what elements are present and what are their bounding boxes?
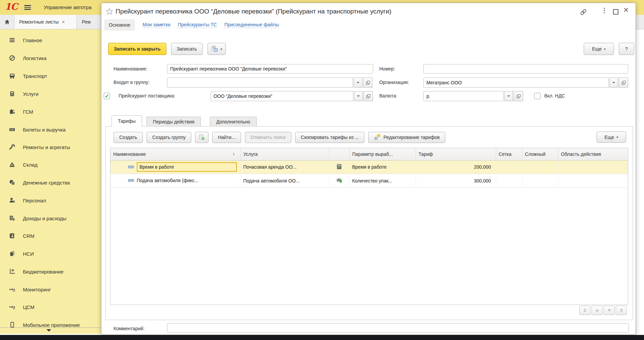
sidebar-item-sklad[interactable]: Склад <box>0 158 101 171</box>
organization-open-button[interactable] <box>619 78 628 88</box>
number-input[interactable] <box>423 64 628 74</box>
table-toolbar: Создать Создать группу Найти... Отменить… <box>114 132 445 143</box>
nav-link-notes[interactable]: Мои заметки <box>142 22 170 28</box>
column-header-service[interactable]: Услуга <box>240 148 329 160</box>
focused-cell[interactable]: Время в работе <box>137 162 237 172</box>
cancel-search-button[interactable]: Отменить поиск <box>245 132 291 143</box>
group-dropdown-button[interactable] <box>354 78 362 88</box>
cell-service[interactable]: Почасовая аренда ОО... <box>240 160 329 174</box>
cell-complex[interactable] <box>522 160 558 174</box>
copy-item-button[interactable] <box>195 132 208 143</box>
vat-checkbox[interactable] <box>534 93 541 99</box>
column-header-name[interactable]: Наименование↓ <box>110 148 240 160</box>
save-button[interactable]: Записать <box>171 43 203 55</box>
more-button[interactable]: Еще▾ <box>584 43 614 55</box>
sidebar-item-glavnoe[interactable]: Главное <box>0 34 101 47</box>
sidebar-item-monitoring[interactable]: Мониторинг <box>0 283 101 296</box>
supplier-open-button[interactable] <box>363 91 373 101</box>
tab-close-icon[interactable]: × <box>62 19 65 25</box>
sidebar-item-dengi[interactable]: р Денежные средства <box>0 176 101 189</box>
sidebar-item-csm[interactable]: ЦСМ <box>0 301 101 313</box>
sidebar-item-nsi[interactable]: НСИ <box>0 247 101 260</box>
supplier-combo[interactable]: ООО “Деловые перевозки” <box>211 91 353 101</box>
get-link-icon[interactable] <box>580 8 587 16</box>
cell-calc-method[interactable] <box>329 174 349 188</box>
group-combo[interactable] <box>167 78 353 88</box>
sidebar-more-chevron-down-icon[interactable] <box>46 329 51 334</box>
nav-tab-main[interactable]: Основное <box>104 19 135 31</box>
group-open-button[interactable] <box>363 78 373 88</box>
sidebar-item-gsm[interactable]: ГСМ <box>0 105 101 118</box>
cell-calc-method[interactable] <box>329 160 349 174</box>
sidebar-item-bilety[interactable]: Билеты и выручка <box>0 123 101 136</box>
copy-tariffs-from-button[interactable]: Скопировать тарифы из ... <box>295 132 364 143</box>
organization-dropdown-button[interactable] <box>609 78 618 88</box>
name-input[interactable] <box>167 64 373 74</box>
cell-param[interactable]: Количество упак... <box>349 174 416 188</box>
comment-input[interactable] <box>167 323 629 333</box>
cell-service[interactable]: Подача автомобиля ОО... <box>240 174 329 188</box>
nav-link-vehicle-pricelists[interactable]: Прейскуранты ТС <box>178 22 217 28</box>
currency-combo[interactable]: р. <box>423 91 504 101</box>
home-tab[interactable] <box>0 15 14 29</box>
tab-validity-periods[interactable]: Периоды действия <box>147 117 201 126</box>
column-header-tariff[interactable]: Тариф <box>416 148 496 160</box>
kebab-menu-icon[interactable]: ⋮ <box>601 6 608 14</box>
cell-name[interactable]: Время в работе <box>110 161 240 174</box>
table-more-button[interactable]: Еще▾ <box>597 132 626 143</box>
column-header-grid[interactable]: Сетка <box>496 148 522 160</box>
cell-complex[interactable] <box>522 174 558 188</box>
cell-scope[interactable] <box>558 174 628 188</box>
sidebar-item-logistika[interactable]: Логистика <box>0 52 101 64</box>
move-bottom-button[interactable] <box>616 306 627 315</box>
sidebar-item-uslugi[interactable]: Услуги <box>0 87 101 100</box>
sidebar-item-budget[interactable]: р Бюджетирование <box>0 265 101 278</box>
favorite-star-icon[interactable] <box>105 7 114 16</box>
sidebar-item-crm[interactable]: CRM <box>0 229 101 242</box>
tab-additional[interactable]: Дополнительно <box>210 117 257 126</box>
cell-tariff[interactable]: 300,000 <box>416 174 496 188</box>
tab-repair-sheets[interactable]: Ремонтные листы × <box>14 15 77 29</box>
currency-dropdown-button[interactable] <box>504 91 513 101</box>
table-row-selected[interactable]: Время в работе Почасовая аренда ОО... Вр… <box>110 160 628 174</box>
cell-name[interactable]: Подача автомобиля (фикс... <box>110 174 240 188</box>
supplier-checkbox[interactable]: ✓ <box>104 93 110 99</box>
hamburger-menu-icon[interactable] <box>24 5 31 10</box>
column-header-complex[interactable]: Сложный <box>522 148 558 160</box>
move-top-button[interactable] <box>579 306 590 315</box>
maximize-icon[interactable] <box>613 9 618 15</box>
find-button[interactable]: Найти... <box>212 132 241 143</box>
sidebar-item-remonty[interactable]: Ремонты и агрегаты <box>0 141 101 153</box>
sidebar-item-dohody[interactable]: р Доходы и расходы <box>0 212 101 225</box>
dialog-toolbar: Записать и закрыть Записать ▾ <box>108 43 226 55</box>
sidebar-item-transport[interactable]: Транспорт <box>0 69 101 82</box>
save-close-button[interactable]: Записать и закрыть <box>108 43 166 55</box>
table-header-row: Наименование↓ Услуга Параметр выраб... Т… <box>110 148 628 160</box>
column-header-icon[interactable] <box>329 148 349 160</box>
supplier-dropdown-button[interactable] <box>354 91 363 101</box>
cell-tariff[interactable]: 200,000 <box>416 160 496 174</box>
nav-link-attached-files[interactable]: Присоединенные файлы <box>224 22 279 28</box>
table-row[interactable]: Подача автомобиля (фикс... Подача автомо… <box>110 174 628 188</box>
create-group-button[interactable]: Создать группу <box>147 132 191 143</box>
column-header-scope[interactable]: Область действия <box>558 148 628 160</box>
move-down-button[interactable] <box>604 306 615 315</box>
cell-param[interactable]: Время в работе <box>349 160 416 174</box>
phone-icon <box>9 321 15 328</box>
tab-tariffs[interactable]: Тарифы <box>111 115 142 126</box>
move-down-icon <box>607 308 611 312</box>
edit-tariffs-button[interactable]: Редактирование тарифов <box>368 132 445 143</box>
create-button[interactable]: Создать <box>114 132 143 143</box>
currency-open-button[interactable] <box>514 91 523 101</box>
cell-grid[interactable] <box>496 160 522 174</box>
history-button[interactable]: ▾ <box>207 43 226 55</box>
cell-grid[interactable] <box>496 174 522 188</box>
organization-combo[interactable]: Мегатранс ООО <box>423 78 609 88</box>
column-header-param[interactable]: Параметр выраб... <box>349 148 416 160</box>
sidebar-item-personal[interactable]: р Персонал <box>0 194 101 207</box>
move-up-button[interactable] <box>591 306 603 315</box>
help-button[interactable]: ? <box>619 43 634 55</box>
cell-scope[interactable] <box>558 160 628 174</box>
doc-clock-icon <box>211 45 218 53</box>
close-icon[interactable]: × <box>623 5 629 14</box>
